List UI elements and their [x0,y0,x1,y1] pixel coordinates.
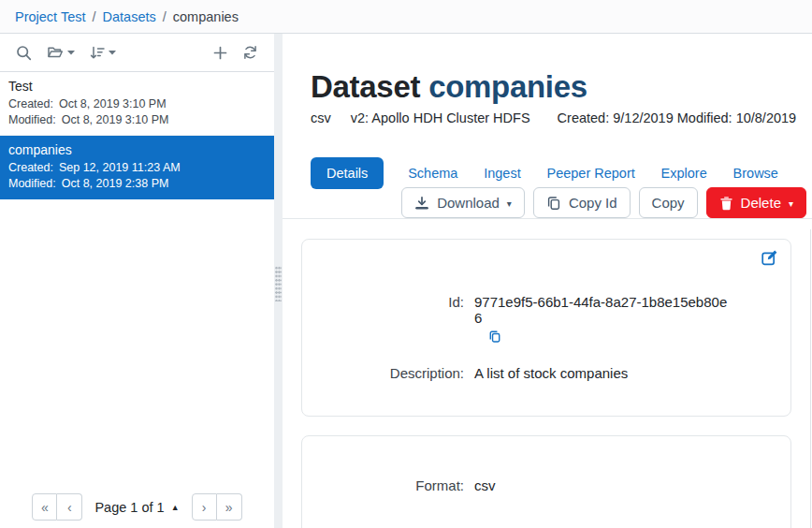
description-value: A list of stock companies [474,365,790,381]
dataset-list-panel: Test Created:Oct 8, 2019 3:10 PM Modifie… [0,34,274,528]
download-icon [414,196,429,211]
caret-down-icon: ▾ [507,198,512,209]
dataset-meta-line: csv v2: Apollo HDH Cluster HDFS Created:… [311,110,812,125]
id-label: Id: [302,294,464,310]
header-divider [283,218,812,219]
dataset-detail-panel: Datasetcompanies csv v2: Apollo HDH Clus… [283,34,812,528]
pagination: « ‹ Page 1 of 1 ▲ › » [0,493,274,521]
pagination-back-group: « ‹ [32,493,82,521]
sort-button[interactable] [86,42,120,64]
first-page-button[interactable]: « [32,493,57,521]
dataset-created: Created:Sep 12, 2019 11:23 AM [8,160,265,176]
breadcrumb: Project Test / Datasets / companies [0,0,812,34]
panel-resize-splitter[interactable] [274,34,283,528]
dataset-modified: Modified:Oct 8, 2019 3:10 PM [8,112,265,128]
folder-filter-button[interactable] [43,41,79,64]
format-card: Format: csv [301,435,791,528]
dataset-created: Created:Oct 8, 2019 3:10 PM [8,96,265,112]
prev-page-button[interactable]: ‹ [57,493,82,521]
refresh-icon [242,45,258,60]
tab-schema[interactable]: Schema [406,157,459,189]
copy-id-inline-button[interactable] [488,330,501,346]
scroll-edge-line [810,229,811,528]
page-indicator-label: Page 1 of 1 [94,500,164,515]
next-page-button[interactable]: › [192,493,217,521]
copy-icon [546,196,561,211]
format-value: csv [474,477,790,493]
meta-version: v2: Apollo HDH Cluster HDFS [351,110,530,125]
dataset-title: Test [8,79,265,94]
drag-grip-icon [275,266,282,301]
edit-details-button[interactable] [760,248,779,271]
breadcrumb-current: companies [173,9,239,24]
breadcrumb-link-datasets[interactable]: Datasets [103,9,156,24]
format-field-row: Format: csv [302,477,790,493]
details-card: Id: 9771e9f5-66b1-44fa-8a27-1b8e15eb80e6… [301,239,791,417]
action-button-row: Download ▾ Copy Id Copy Delete [283,187,806,218]
tab-details[interactable]: Details [311,157,384,189]
id-copy-row [302,330,790,346]
meta-format: csv [311,110,331,125]
tab-bar: Details Schema Ingest Peeper Report Expl… [311,157,780,189]
caret-down-icon [109,51,116,55]
id-value: 9771e9f5-66b1-44fa-8a27-1b8e15eb80e6 [474,294,790,326]
caret-up-icon: ▲ [171,503,180,512]
page-indicator-dropdown[interactable]: Page 1 of 1 ▲ [94,500,179,515]
open-folder-icon [47,45,64,60]
tab-ingest[interactable]: Ingest [482,157,523,189]
caret-down-icon [67,51,75,55]
dataset-list: Test Created:Oct 8, 2019 3:10 PM Modifie… [0,72,274,199]
page-title: Datasetcompanies [311,69,812,105]
sort-amount-down-icon [90,46,105,60]
trash-icon [719,196,733,211]
download-button[interactable]: Download ▾ [401,187,525,218]
dataset-modified: Modified:Oct 8, 2019 2:38 PM [8,176,265,192]
copy-id-button[interactable]: Copy Id [533,187,631,218]
plus-icon [213,46,227,60]
tab-browse[interactable]: Browse [732,157,780,189]
delete-button[interactable]: Delete ▾ [706,187,806,218]
id-field-row: Id: 9771e9f5-66b1-44fa-8a27-1b8e15eb80e6 [302,294,790,326]
copy-icon [488,330,501,344]
breadcrumb-link-project[interactable]: Project Test [15,9,86,24]
search-icon [16,45,32,61]
list-item-test[interactable]: Test Created:Oct 8, 2019 3:10 PM Modifie… [0,72,274,136]
breadcrumb-separator: / [163,9,167,24]
breadcrumb-separator: / [93,9,96,24]
add-dataset-button[interactable] [210,42,231,64]
dataset-title: companies [8,142,265,157]
list-item-companies[interactable]: companies Created:Sep 12, 2019 11:23 AM … [0,136,274,199]
copy-button[interactable]: Copy [639,187,698,218]
meta-dates: Created: 9/12/2019 Modified: 10/8/2019 [558,110,797,125]
description-label: Description: [302,365,464,381]
refresh-button[interactable] [239,41,262,64]
description-field-row: Description: A list of stock companies [302,365,790,381]
tab-explore[interactable]: Explore [660,157,709,189]
pagination-forward-group: › » [192,493,242,521]
last-page-button[interactable]: » [217,493,242,521]
edit-icon [761,250,777,266]
caret-down-icon: ▾ [789,198,793,209]
sidebar-toolbar [0,34,274,72]
format-label: Format: [302,477,464,493]
tab-peeper-report[interactable]: Peeper Report [544,157,636,189]
page-title-dataset-name: companies [428,69,587,104]
search-button[interactable] [12,41,36,65]
